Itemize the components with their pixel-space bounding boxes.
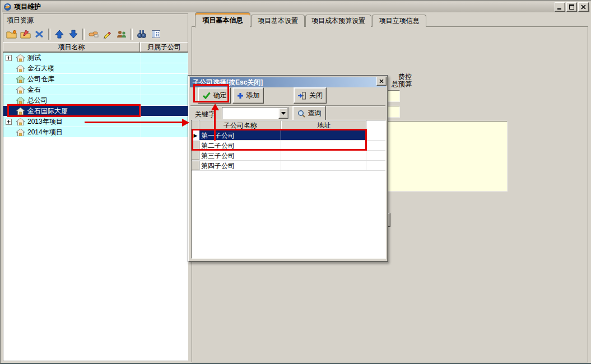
tab-project-basic-settings[interactable]: 项目基本设置 [251, 15, 305, 27]
grid-row[interactable]: 第三子公司 [192, 151, 385, 161]
grid-column-address[interactable]: 地址 [281, 120, 366, 130]
house-green-icon [16, 97, 25, 104]
users-icon[interactable] [115, 28, 128, 40]
tree-row-selected[interactable]: 金石国际大厦 [3, 106, 188, 116]
ok-button[interactable]: 确定 [198, 87, 231, 104]
tree-item-label: 测试 [27, 53, 41, 63]
edit-icon[interactable] [101, 28, 114, 40]
keyword-combobox[interactable] [222, 107, 289, 119]
grid-row-selected[interactable]: ▶ 第一子公司 [192, 130, 385, 141]
house-icon [16, 118, 25, 125]
tree-item-label: 金石大楼 [27, 64, 54, 73]
expand-icon[interactable] [6, 119, 12, 125]
tree-item-label: 金石国际大厦 [27, 106, 68, 116]
tree-row[interactable]: 2013年项目 [3, 116, 188, 127]
new-folder-icon[interactable] [5, 28, 17, 40]
tree-row[interactable]: 公司仓库 [3, 74, 188, 85]
tree-row[interactable]: 测试 [3, 53, 188, 63]
remark-textarea[interactable] [373, 121, 508, 192]
project-resource-panel: 项目资源 项目名称 归属子公司 测试 [3, 13, 188, 361]
expand-icon[interactable] [6, 55, 12, 61]
house-green-icon [16, 76, 25, 83]
tree-item-label: 金石 [27, 85, 41, 95]
house-icon [16, 65, 25, 72]
app-window: 项目维护 项目资源 项目名称 归属子公司 [0, 0, 591, 364]
tree-item-label: 总公司 [27, 96, 48, 105]
search-icon[interactable] [136, 28, 148, 40]
tree-row[interactable]: 金石 [3, 85, 188, 95]
subsidiary-grid: 子公司名称 地址 ▶ 第一子公司 第二子公司 第三子公司 第四子公司 [191, 120, 386, 259]
tree-column-header: 项目名称 归属子公司 [3, 42, 188, 52]
tree-item-label: 公司仓库 [27, 74, 54, 84]
door-exit-icon [297, 92, 306, 100]
magnifier-icon [297, 110, 305, 118]
report-icon[interactable] [150, 28, 162, 40]
edit-folder-icon[interactable] [19, 28, 31, 40]
add-button[interactable]: 添加 [232, 87, 264, 104]
keyword-label: 关键字 [195, 110, 215, 119]
house-icon [16, 129, 25, 136]
tab-project-basic-info[interactable]: 项目基本信息 [195, 12, 250, 27]
column-project-name[interactable]: 项目名称 [3, 42, 140, 52]
house-icon [16, 86, 25, 94]
tree-row[interactable]: 总公司 [3, 95, 188, 106]
toolbar-separator [131, 29, 133, 40]
delete-icon[interactable] [33, 28, 45, 40]
column-subsidiary[interactable]: 归属子公司 [140, 42, 188, 52]
grid-column-name[interactable]: 子公司名称 [199, 120, 281, 130]
app-logo-icon [3, 3, 12, 11]
dialog-title-bar: 子公司选择[按Esc关闭] [190, 77, 386, 87]
subsidiary-select-dialog: 子公司选择[按Esc关闭] 确定 添加 关闭 关键字 查询 子公司名称 地 [188, 75, 388, 262]
search-button[interactable]: 查询 [292, 106, 326, 121]
house-icon [16, 54, 25, 62]
tree-column-divider [141, 53, 141, 361]
chevron-down-icon[interactable] [278, 108, 288, 119]
toolbar-separator [48, 29, 50, 40]
check-icon [202, 92, 211, 99]
tree-toolbar [3, 26, 188, 42]
close-dialog-button[interactable]: 关闭 [294, 87, 327, 104]
toolbar-separator [82, 29, 85, 40]
row-indicator-cell [192, 120, 199, 130]
move-up-icon[interactable] [53, 28, 66, 40]
tree-item-label: 2014年项目 [27, 128, 63, 137]
tree-item-label: 2013年项目 [27, 117, 63, 127]
window-title: 项目维护 [14, 2, 41, 12]
dialog-close-icon[interactable] [376, 77, 387, 86]
move-down-icon[interactable] [67, 28, 80, 40]
house-icon [16, 108, 25, 115]
assign-icon[interactable] [87, 28, 100, 40]
title-bar: 项目维护 [2, 2, 590, 12]
project-tree: 测试 金石大楼 公司仓库 金石 总公司 [3, 52, 188, 361]
tree-row[interactable]: 2014年项目 [3, 127, 188, 138]
left-panel-title: 项目资源 [3, 13, 188, 27]
current-row-arrow-icon: ▶ [192, 130, 199, 140]
grid-row[interactable]: 第四子公司 [192, 161, 385, 171]
tab-project-cost-budget[interactable]: 项目成本预算设置 [305, 15, 371, 27]
tab-project-approval-info[interactable]: 项目立项信息 [372, 15, 426, 27]
maximize-button[interactable] [566, 2, 577, 12]
minimize-button[interactable] [555, 2, 565, 12]
tree-row[interactable]: 金石大楼 [3, 63, 188, 74]
plus-icon [237, 92, 244, 99]
close-button[interactable] [578, 2, 589, 12]
grid-row[interactable]: 第二子公司 [192, 141, 385, 151]
